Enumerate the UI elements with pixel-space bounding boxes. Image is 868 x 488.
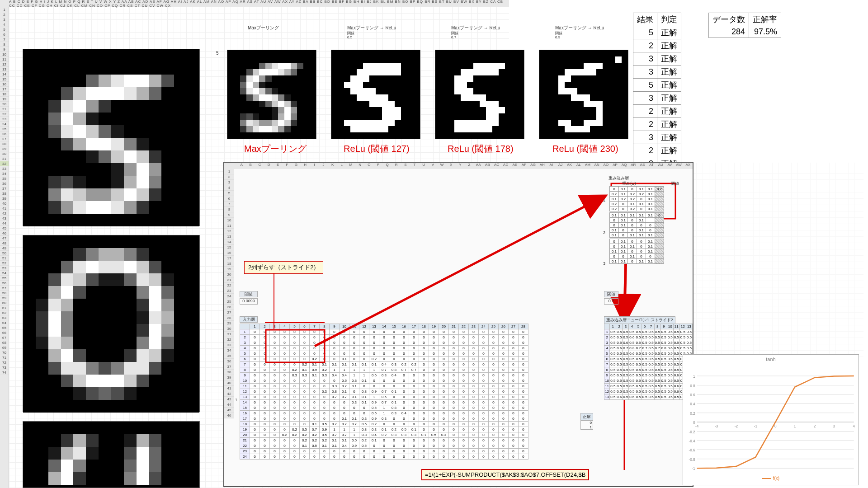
row-number[interactable]: 15 — [0, 77, 9, 82]
input-cell[interactable]: 0 — [429, 357, 439, 362]
input-cell[interactable]: 0 — [399, 405, 409, 411]
inner-row-number[interactable]: 23 — [224, 288, 234, 294]
input-cell[interactable]: 0 — [270, 443, 280, 449]
input-cell[interactable]: 0 — [419, 340, 429, 346]
input-cell[interactable]: 0 — [389, 378, 399, 384]
input-cell[interactable]: 0 — [369, 384, 379, 389]
inner-row-number[interactable]: 4 — [224, 185, 234, 191]
conv-cell[interactable]: 0.5 — [610, 351, 616, 357]
inner-row-number[interactable]: 17 — [224, 256, 234, 261]
input-cell[interactable]: 1 — [340, 427, 349, 432]
input-cell[interactable]: 0 — [409, 394, 419, 400]
input-cell[interactable]: 0 — [330, 454, 340, 460]
input-cell[interactable]: 0.5 — [369, 405, 379, 411]
input-cell[interactable]: 0 — [429, 378, 439, 384]
conv-cell[interactable]: 0.5 — [686, 329, 692, 335]
input-cell[interactable]: 0 — [419, 427, 429, 432]
inner-row-number[interactable]: 42 — [224, 391, 234, 397]
input-cell[interactable]: 0 — [310, 378, 320, 384]
input-cell[interactable]: 0 — [469, 405, 479, 411]
input-cell[interactable]: 0 — [300, 346, 310, 351]
inner-row-number[interactable]: 28 — [224, 315, 234, 321]
input-cell[interactable]: 0 — [320, 411, 330, 416]
input-cell[interactable]: 0 — [409, 384, 419, 389]
input-cell[interactable]: 0.5 — [369, 411, 379, 416]
input-cell[interactable]: 0 — [310, 335, 320, 340]
input-cell[interactable]: 0 — [320, 335, 330, 340]
input-cell[interactable]: 0 — [489, 443, 499, 449]
weight-cell[interactable]: 0.1 — [610, 233, 619, 238]
input-cell[interactable]: 0 — [409, 405, 419, 411]
input-cell[interactable]: 0 — [519, 422, 528, 427]
input-cell[interactable]: 0 — [479, 351, 489, 357]
weight-cell[interactable]: 0 — [637, 197, 646, 202]
row-number[interactable]: 55 — [0, 276, 9, 281]
input-cell[interactable]: 0 — [280, 346, 290, 351]
conv-cell[interactable]: 0.5 — [629, 389, 635, 394]
input-cell[interactable]: 0 — [389, 422, 399, 427]
input-cell[interactable]: 0 — [379, 351, 389, 357]
input-cell[interactable]: 0 — [300, 449, 310, 454]
input-cell[interactable]: 1 — [379, 411, 389, 416]
input-cell[interactable]: 0.2 — [369, 422, 379, 427]
conv-cell[interactable]: 0.5 — [648, 351, 654, 357]
input-cell[interactable]: 0 — [469, 438, 479, 443]
input-cell[interactable]: 0 — [320, 346, 330, 351]
input-cell[interactable]: 0 — [349, 389, 359, 394]
input-cell[interactable]: 0 — [399, 357, 409, 362]
input-cell[interactable]: 0 — [439, 400, 449, 405]
input-cell[interactable]: 0 — [519, 443, 528, 449]
input-cell[interactable]: 1 — [330, 427, 340, 432]
input-cell[interactable]: 0.3 — [330, 384, 340, 389]
row-number[interactable]: 17 — [0, 87, 9, 92]
inner-col-letter[interactable]: AD — [501, 163, 510, 169]
conv-cell[interactable]: 0.6 — [673, 389, 679, 394]
input-cell[interactable]: 0.2 — [300, 362, 310, 367]
input-cell[interactable]: 0 — [429, 438, 439, 443]
input-cell[interactable]: 0.4 — [340, 373, 349, 378]
inner-row-number[interactable]: 45 — [224, 408, 234, 413]
inner-row-number[interactable]: 43 — [224, 397, 234, 402]
input-cell[interactable]: 0.7 — [349, 422, 359, 427]
conv-cell[interactable]: 0.5 — [667, 394, 673, 400]
input-cell[interactable]: 0 — [499, 454, 509, 460]
inner-row-number[interactable]: 30 — [224, 326, 234, 332]
conv-cell[interactable]: 0.5 — [654, 367, 660, 373]
conv-cell[interactable]: 0.8 — [629, 346, 635, 351]
inner-col-letter[interactable]: AF — [519, 163, 528, 169]
input-cell[interactable]: 0 — [499, 411, 509, 416]
row-number[interactable]: 12 — [0, 62, 9, 67]
input-cell[interactable]: 0 — [419, 449, 429, 454]
row-number[interactable]: 41 — [0, 206, 9, 211]
input-cell[interactable]: 0 — [469, 384, 479, 389]
input-cell[interactable]: 0 — [340, 411, 349, 416]
input-cell[interactable]: 0 — [479, 411, 489, 416]
input-cell[interactable]: 0 — [439, 454, 449, 460]
inner-row-number[interactable]: 2 — [224, 174, 234, 180]
input-cell[interactable]: 0.3 — [300, 373, 310, 378]
input-cell[interactable]: 0.9 — [369, 416, 379, 422]
input-cell[interactable]: 0 — [469, 362, 479, 367]
weight-cell[interactable] — [655, 239, 664, 244]
input-cell[interactable]: 0 — [469, 335, 479, 340]
conv-cell[interactable]: 0.5 — [654, 389, 660, 394]
input-cell[interactable]: 0 — [399, 389, 409, 394]
row-number[interactable]: 18 — [0, 92, 9, 97]
input-cell[interactable]: 0 — [469, 443, 479, 449]
input-cell[interactable]: 0 — [379, 438, 389, 443]
conv-cell[interactable]: 0.5 — [629, 367, 635, 373]
input-cell[interactable]: 0 — [429, 400, 439, 405]
row-number[interactable]: 40 — [0, 201, 9, 206]
input-cell[interactable]: 0.4 — [369, 432, 379, 438]
input-cell[interactable]: 0 — [260, 427, 270, 432]
conv-cell[interactable]: 0.5 — [648, 384, 654, 389]
inner-col-letter[interactable]: Y — [456, 163, 465, 169]
input-cell[interactable]: 0 — [489, 432, 499, 438]
input-cell[interactable]: 0.1 — [340, 357, 349, 362]
input-cell[interactable]: 0.1 — [320, 362, 330, 367]
input-cell[interactable]: 0 — [489, 378, 499, 384]
input-matrix[interactable]: 1234567891011121314151617181920212223242… — [240, 324, 528, 460]
input-cell[interactable]: 0.7 — [330, 432, 340, 438]
conv-cell[interactable]: 0.6 — [623, 340, 629, 346]
input-cell[interactable]: 0.1 — [359, 378, 369, 384]
